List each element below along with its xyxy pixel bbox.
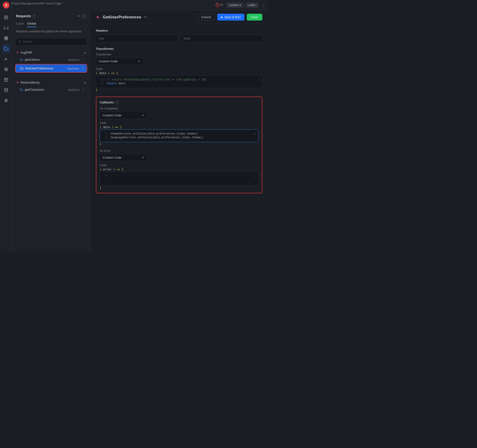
callbacks-section: Callbacks ? On Completed Custom Code ▾ C… [96, 97, 262, 193]
zoom-down-icon[interactable]: ▼ [255, 5, 257, 7]
on-error-code-label: Code [100, 164, 259, 167]
group-rickandmorty-chevron: ▲ [83, 81, 86, 84]
on-completed-preamble: ( data ) => { [100, 126, 259, 129]
cloud-icon-getuserpreferences [20, 67, 23, 70]
search-box[interactable] [16, 38, 87, 45]
group-rickandmorty-icon: ✦ [16, 81, 19, 84]
on-completed-group: On Completed Custom Code ▾ Code ( data )… [100, 107, 259, 146]
request-item-getuserpreferences[interactable]: GetUserPreferences lazyQuery ⋮ [16, 65, 87, 72]
group-augpmf-header[interactable]: ✦ AugPMF ▲ [15, 49, 87, 56]
headers-section: Headers [96, 29, 262, 42]
sidebar-page-icon[interactable] [2, 13, 10, 22]
header-key-input[interactable] [96, 35, 178, 42]
transformer-code-label: Code [96, 67, 262, 71]
visibility-icon[interactable]: 🚫👁 [215, 3, 224, 7]
request-more-getauthors[interactable]: ⋮ [82, 57, 85, 62]
requests-tabs: Local Global [12, 20, 90, 27]
on-error-label: On Error [100, 149, 259, 153]
sidebar-settings-icon[interactable] [2, 96, 10, 105]
svg-rect-7 [6, 38, 7, 40]
search-input[interactable] [23, 40, 84, 43]
cloud-icon-getauthors [20, 58, 23, 61]
requests-description: Requests available throughout the whole … [12, 27, 90, 36]
svg-line-23 [20, 42, 21, 43]
transformer-label: Transformer [96, 53, 262, 56]
sidebar-components-icon[interactable] [2, 34, 10, 42]
help-icon[interactable]: ? [32, 14, 36, 18]
request-detail-header: ✦ GetUserPreferences ✎ Cancel ▶ Save & R… [90, 10, 268, 24]
on-error-group: On Error Custom Code ▾ Code ( error ) =>… [100, 149, 259, 189]
sidebar-fx-icon[interactable]: fx [2, 55, 10, 63]
request-more-getuserpreferences[interactable]: ⋮ [81, 66, 85, 71]
request-badge-getcharacters: lazyQuery [68, 88, 80, 91]
transformer-preamble: ( data ) => { [96, 71, 262, 75]
cancel-button[interactable]: Cancel [197, 14, 215, 21]
cloud-icon-getcharacters [20, 88, 23, 91]
add-request-button[interactable]: + [78, 14, 80, 18]
tab-global[interactable]: Global [27, 20, 36, 27]
save-run-button[interactable]: ▶ Save & Run [217, 14, 244, 21]
on-error-chevron: ▾ [142, 156, 144, 159]
request-detail-name: GetUserPreferences [103, 15, 141, 20]
headers-row [96, 35, 262, 42]
request-name-getcharacters: getCharacters [25, 88, 66, 91]
transformer-dropdown-chevron: ▾ [138, 59, 140, 63]
request-item-getcharacters[interactable]: getCharacters lazyQuery ⋮ [15, 86, 87, 94]
requests-title: Requests [16, 14, 31, 18]
request-item-wrapper-getuserpreferences: GetUserPreferences lazyQuery ⋮ [15, 64, 87, 73]
play-icon: ▶ [221, 16, 223, 18]
header-value-input[interactable] [180, 35, 262, 42]
transformer-code-block: ✎ 1 // return formatData(data).filter(ro… [96, 75, 262, 88]
on-error-preamble: ( error ) => { [100, 168, 259, 171]
sidebar-frame-icon[interactable] [2, 76, 10, 84]
transformer-dropdown[interactable]: Custom Code ▾ [96, 58, 143, 65]
on-completed-edit-icon[interactable]: ✎ [254, 132, 256, 136]
transformer-edit-icon[interactable]: ✎ [258, 78, 260, 82]
sidebar-database-icon[interactable] [2, 86, 10, 94]
group-rickandmorty: ✦ RickAndMorty ▲ getCharacters lazyQuery… [12, 78, 90, 95]
group-rickandmorty-header[interactable]: ✦ RickAndMorty ▲ [15, 79, 87, 86]
group-augpmf: ✦ AugPMF ▲ getAuthors lazyQuery ⋮ GetUse… [12, 48, 90, 75]
sidebar-cloud-icon[interactable] [2, 44, 10, 53]
content-body: Headers Transformer Transformer Custom C… [90, 24, 268, 198]
on-error-postamble: } [100, 186, 259, 189]
on-error-edit-icon[interactable]: ✎ [254, 174, 256, 178]
tab-local[interactable]: Local [16, 20, 23, 27]
on-error-dropdown[interactable]: Custom Code ▾ [100, 154, 147, 161]
save-button[interactable]: Save [247, 14, 262, 21]
main-layout: {…} fx Requests ? + □ [0, 10, 268, 252]
more-icon[interactable]: ⋮ [261, 3, 265, 8]
request-badge-getuserpreferences: lazyQuery [67, 67, 79, 70]
expand-button[interactable]: □ [82, 14, 86, 18]
transformer-line-1: 1 // return formatData(data).filter(row … [99, 78, 259, 82]
zoom-control[interactable]: 1,400 ▲ ▼ [246, 3, 259, 8]
svg-point-22 [19, 41, 21, 43]
group-augpmf-icon: ✦ [16, 51, 19, 54]
requests-header: Requests ? + □ [12, 10, 90, 20]
sidebar-palette-icon[interactable] [2, 65, 10, 74]
on-completed-label: On Completed [100, 107, 259, 110]
svg-point-15 [5, 88, 8, 90]
app-logo: 8 [3, 2, 9, 8]
edit-name-icon[interactable]: ✎ [144, 15, 147, 19]
callbacks-help-icon[interactable]: ? [115, 100, 119, 104]
svg-point-21 [5, 101, 6, 102]
search-icon [18, 40, 21, 43]
transformer-line-2: 2 return data [99, 82, 259, 85]
headers-title: Headers [96, 29, 262, 32]
request-item-getauthors[interactable]: getAuthors lazyQuery ⋮ [15, 56, 87, 64]
requests-header-actions: + □ [78, 14, 86, 18]
app-title: Project-Management-MVP: Home Page ˄ / [11, 2, 214, 9]
group-augpmf-name: AugPMF [21, 51, 82, 54]
request-badge-getauthors: lazyQuery [68, 58, 80, 61]
request-more-getcharacters[interactable]: ⋮ [82, 87, 85, 92]
request-name-getuserpreferences: GetUserPreferences [25, 67, 66, 70]
on-completed-line-1: 1 themeService.setValue(data.preferences… [103, 132, 255, 136]
svg-rect-4 [5, 37, 6, 38]
sidebar-code-icon[interactable]: {…} [2, 24, 10, 32]
svg-point-19 [5, 99, 6, 100]
transformer-postamble: } [96, 88, 262, 92]
custom-dropdown[interactable]: Custom ▾ [226, 3, 244, 8]
on-completed-dropdown[interactable]: Custom Code ▾ [100, 112, 147, 119]
svg-point-9 [5, 69, 6, 69]
